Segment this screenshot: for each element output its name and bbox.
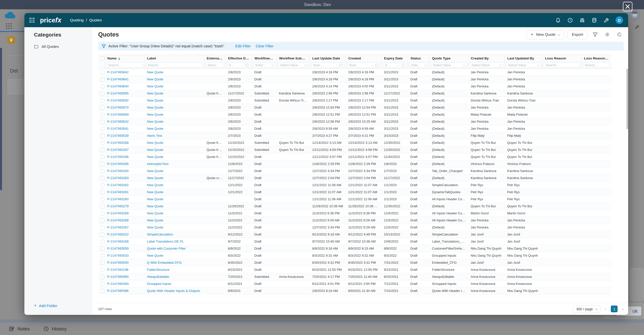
header-cell-created_by[interactable]: Created By (468, 55, 505, 62)
filter-select-created_by[interactable]: Select Value (470, 62, 503, 68)
database-icon[interactable] (591, 17, 597, 23)
cell-label[interactable]: New Quote (144, 210, 204, 217)
cell-label[interactable]: Q With Embedded CFO (144, 259, 204, 266)
label-link[interactable]: New Quote (147, 84, 163, 88)
cell-label[interactable]: New Quote (144, 90, 204, 97)
table-row[interactable]: P-2147493267New Quote11/2/2022Draft12/7/… (98, 224, 611, 231)
cell-label[interactable]: New Quote (144, 182, 204, 189)
filter-select-updated_by[interactable]: Select Value (506, 62, 541, 68)
table-row[interactable]: P-2147493033New Quote8/3/2022Draft8/3/20… (98, 252, 611, 259)
row-checkbox[interactable] (101, 78, 104, 81)
row-checkbox[interactable] (101, 190, 104, 194)
filter-date-created[interactable]: Sear...→ (347, 62, 380, 68)
label-link[interactable]: New Quote (147, 197, 163, 201)
cell-label[interactable]: New Quote (144, 76, 204, 83)
label-link[interactable]: FolderStructure (147, 268, 170, 272)
label-link[interactable]: Groupped Inputs (147, 282, 171, 286)
name-link[interactable]: P-2147493539 (107, 134, 129, 138)
table-row[interactable]: P-2147490393Groupped Inputs6/11/2021Draf… (98, 280, 611, 287)
label-link[interactable]: New Quote (147, 77, 163, 81)
row-checkbox[interactable] (101, 247, 104, 251)
cell-label[interactable]: New Quote (144, 118, 204, 125)
row-checkbox[interactable] (101, 212, 104, 215)
cell-label[interactable]: Label Translations DE PL (144, 238, 204, 245)
filter-select-quote_type[interactable]: Select Value (431, 62, 467, 68)
cell-label[interactable]: New Quote (144, 146, 204, 153)
cell-name[interactable]: P-2147490386 (105, 287, 144, 294)
label-link[interactable]: AlwaysEditable (147, 275, 169, 279)
cell-name[interactable]: P-2147493284 (105, 168, 144, 175)
table-row[interactable]: P-2147493640New Quote2/8/2023Draft2/8/20… (98, 83, 611, 90)
row-checkbox[interactable] (101, 176, 104, 180)
page-size-select[interactable]: 300 / page (573, 305, 600, 313)
cell-label[interactable]: New Quote (144, 189, 204, 196)
row-checkbox[interactable] (101, 183, 104, 187)
cell-name[interactable]: P-2147493286 (105, 153, 144, 160)
cell-name[interactable]: P-2147493641 (105, 76, 144, 83)
name-link[interactable]: P-2147493285 (107, 162, 129, 166)
filter-select-wf_status[interactable]: Selec... (253, 62, 275, 68)
row-checkbox[interactable] (101, 240, 104, 244)
breadcrumb-quoting[interactable]: Quoting (70, 18, 84, 22)
name-link[interactable]: P-2147493287 (107, 148, 129, 152)
label-link[interactable]: New Quote (147, 70, 163, 74)
label-link[interactable]: New Quote (147, 211, 163, 215)
name-link[interactable]: P-2147491198 (107, 268, 128, 272)
header-cell-status[interactable]: Status (408, 55, 429, 62)
table-row[interactable]: P-2147493595New QuoteQuote fro...11/17/2… (98, 90, 611, 97)
header-cell-created[interactable]: Created (346, 55, 381, 62)
label-link[interactable]: Alerts Test (147, 134, 162, 138)
close-icon[interactable] (623, 2, 632, 11)
cell-name[interactable]: P-2147493033 (105, 252, 144, 259)
header-cell-wf_submitter[interactable]: Workflow Submitter (276, 55, 310, 62)
table-row[interactable]: P-2147493287New QuoteQuote fro...12/15/2… (98, 146, 611, 153)
name-link[interactable]: P-2147493269 (107, 211, 129, 215)
edit-filter-link[interactable]: Edit Filter (235, 44, 251, 48)
cell-name[interactable]: P-2147493168 (105, 238, 144, 245)
row-checkbox[interactable] (101, 233, 104, 237)
cell-name[interactable]: P-2147493000 (105, 259, 144, 266)
next-page-button[interactable]: › (622, 307, 624, 312)
table-row[interactable]: P-2147493279New Quote11/29/2022Draft11/2… (98, 203, 611, 210)
cell-name[interactable]: P-2147493592 (105, 97, 144, 104)
sort-icon[interactable] (118, 57, 120, 60)
row-checkbox[interactable] (101, 71, 104, 74)
cell-name[interactable]: P-2147493280 (105, 196, 144, 203)
cell-name[interactable]: P-2147493283 (105, 175, 144, 182)
name-link[interactable]: P-2147493642 (107, 70, 129, 74)
header-cell-expiry[interactable]: Expiry Date (381, 55, 408, 62)
table-row[interactable]: P-2147493569New Quote2/8/2023Draft2/8/20… (98, 111, 611, 118)
name-link[interactable]: P-2147493640 (107, 84, 129, 88)
filter-search-external[interactable]: Searc... (206, 62, 224, 68)
label-link[interactable]: Quote with Customer Filter (147, 247, 186, 250)
header-cell-updated_by[interactable]: Last Updated By (505, 55, 542, 62)
prev-page-button[interactable]: ‹ (605, 307, 607, 312)
cell-label[interactable]: New Quote (144, 203, 204, 210)
vertical-scrollbar[interactable] (626, 69, 628, 129)
row-checkbox[interactable] (101, 92, 104, 95)
table-row[interactable]: P-2147490386Quote With Header Inputs & O… (98, 287, 611, 294)
row-checkbox[interactable] (101, 282, 104, 286)
cell-name[interactable]: P-2147493642 (105, 69, 144, 76)
label-link[interactable]: New Quote (147, 98, 163, 102)
table-row[interactable]: P-2147493000Q With Embedded CFO6/30/2022… (98, 259, 611, 266)
app-launcher-icon[interactable] (29, 18, 34, 23)
cell-label[interactable]: New Quote (144, 125, 204, 132)
page-1-button[interactable]: 1 (611, 306, 618, 312)
row-checkbox[interactable] (101, 113, 104, 117)
row-checkbox[interactable] (101, 155, 104, 159)
cell-label[interactable]: New Quote (144, 111, 204, 118)
table-row[interactable]: P-2147493542New Quote2/8/2023Draft2/8/20… (98, 118, 611, 125)
row-checkbox[interactable] (101, 141, 104, 145)
cell-label[interactable]: Quote With Header Inputs & Outputs (144, 287, 204, 294)
label-link[interactable]: New Quote (147, 106, 163, 109)
cell-label[interactable]: New Quote (144, 196, 204, 203)
label-link[interactable]: New Quote (147, 120, 163, 123)
cell-name[interactable]: P-2147493282 (105, 182, 144, 189)
name-link[interactable]: P-2147493283 (107, 176, 129, 180)
table-row[interactable]: P-2147493285interceptorTest12/8/2022Draf… (98, 160, 611, 168)
cell-name[interactable]: P-2147493541 (105, 125, 144, 132)
header-cell-loss_reason[interactable]: Loss Reason (542, 55, 581, 62)
name-link[interactable]: P-2147493542 (107, 120, 129, 123)
wrench-icon[interactable] (603, 17, 609, 23)
